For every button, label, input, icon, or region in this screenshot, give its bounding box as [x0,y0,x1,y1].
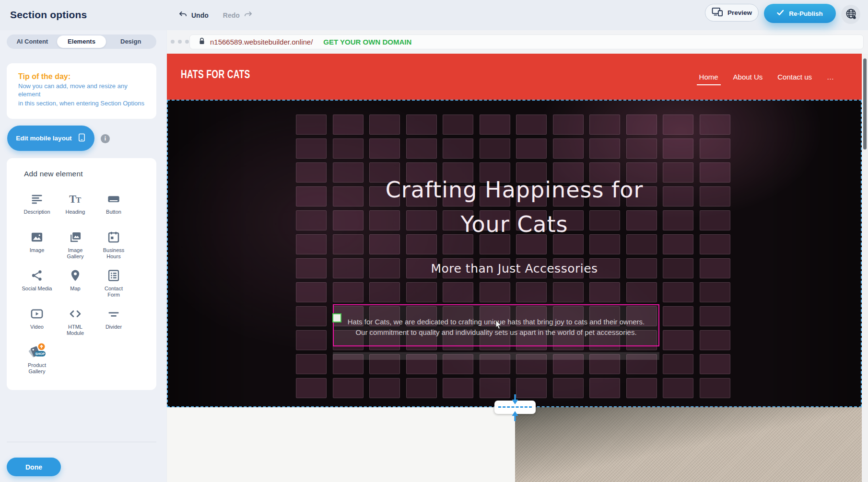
tab-design[interactable]: Design [106,35,155,48]
url-bar[interactable]: n1566589.websitebuilder.online/ GET YOUR… [189,34,864,49]
info-icon[interactable]: i [101,134,110,143]
element-item-label: Social Media [22,286,52,292]
nav-item-more[interactable]: … [827,73,834,81]
element-item-heading[interactable]: TTHeading [56,188,94,226]
site-nav: HomeAbout UsContact us… [699,54,834,100]
element-item-label: BusinessHours [103,247,125,260]
done-button[interactable]: Done [7,458,61,476]
svg-text:T: T [76,195,81,205]
topbar: Section options Undo Redo Preview Re-Pub… [0,0,868,30]
element-item-label: Description [23,209,50,215]
hero-section[interactable]: Crafting Happiness for Your Cats More th… [167,100,862,407]
element-item-product-gallery[interactable]: SHOPProductGallery [18,341,56,379]
edit-mobile-layout-button[interactable]: Edit mobile layout [7,126,94,151]
carpet-photo [515,407,862,482]
phone-icon [78,132,86,145]
element-item-label: ProductGallery [28,362,46,375]
resize-arrows-icon [494,393,536,422]
site-header: HATS FOR CATS HomeAbout UsContact us… [167,54,862,100]
element-item-html-module[interactable]: HTMLModule [56,303,94,341]
preview-scrollbar [862,54,868,482]
sidebar: AI ContentElementsDesign Tip of the day:… [0,30,166,482]
nav-item-contact-us[interactable]: Contact us [777,73,812,81]
browser-dots-icon [171,40,189,44]
sidebar-divider [7,442,156,442]
hero-heading: Crafting Happiness for Your Cats [168,172,861,241]
redo-button[interactable]: Redo [223,11,253,20]
element-item-social-media[interactable]: Social Media [18,264,56,303]
element-item-label: Map [70,286,80,292]
element-item-business-hours[interactable]: BusinessHours [94,226,133,264]
element-item-description[interactable]: Description [18,188,56,226]
description-icon [30,191,44,207]
site-preview: n1566589.websitebuilder.online/ GET YOUR… [167,30,868,482]
element-item-divider[interactable]: Divider [94,303,133,341]
add-element-title: Add new element [24,170,83,178]
tip-card: Tip of the day: Now you can add, move an… [7,63,156,119]
nav-item-about-us[interactable]: About Us [733,73,763,81]
element-item-label: Heading [66,209,85,215]
devices-icon [712,7,723,18]
contact-form-icon [107,267,120,284]
social-media-icon [30,267,44,284]
svg-text:T: T [69,193,76,205]
map-icon [69,267,82,284]
globe-icon [845,8,857,21]
tab-elements[interactable]: Elements [57,35,106,48]
redo-icon [244,11,253,20]
tip-text: in this section, when entering Section O… [18,100,145,108]
add-element-panel: Add new element DescriptionTTHeadingButt… [7,158,156,390]
selection-handle[interactable] [332,313,341,322]
republish-button[interactable]: Re-Publish [764,4,836,23]
language-globe-button[interactable] [841,5,860,24]
element-item-label: Video [30,324,44,330]
scrollbar-thumb[interactable] [863,58,867,149]
element-item-label: Divider [106,324,122,330]
site-logo: HATS FOR CATS [181,68,250,81]
button-icon [107,191,120,207]
video-icon [30,306,44,322]
element-item-video[interactable]: Video [18,303,56,341]
business-hours-icon [107,229,120,245]
check-icon [777,10,784,17]
hero-subheading: More than Just Accessories [168,262,861,275]
lock-icon [199,37,205,47]
element-item-contact-form[interactable]: ContactForm [94,264,133,303]
mouse-cursor [495,320,502,332]
topbar-actions: Preview Re-Publish [703,0,868,30]
element-item-map[interactable]: Map [56,264,94,303]
tile-grid [168,101,861,406]
element-item-image[interactable]: Image [18,226,56,264]
product-gallery-icon: SHOP [27,344,47,360]
get-domain-link[interactable]: GET YOUR OWN DOMAIN [323,38,411,46]
heading-icon: TT [69,191,82,207]
undo-icon [178,11,188,20]
element-item-image-gallery[interactable]: ImageGallery [56,226,94,264]
nav-item-home[interactable]: Home [699,73,718,81]
element-bottom-bar [333,352,659,360]
element-item-label: ImageGallery [67,247,84,260]
image-icon [30,229,44,245]
element-item-button[interactable]: Button [94,188,133,226]
preview-button[interactable]: Preview [705,4,759,22]
element-item-label: Button [106,209,121,215]
app: Section options Undo Redo Preview Re-Pub… [0,0,868,482]
tip-heading: Tip of the day: [18,72,145,81]
history-controls: Undo Redo [178,0,253,30]
url-text: n1566589.websitebuilder.online/ [210,38,313,46]
svg-text:SHOP: SHOP [35,352,45,356]
sidebar-tabs: AI ContentElementsDesign [7,34,156,49]
element-grid: DescriptionTTHeadingButtonImageImageGall… [18,188,133,379]
element-item-label: ContactForm [105,286,123,298]
browser-bar: n1566589.websitebuilder.online/ GET YOUR… [167,30,868,54]
html-module-icon [69,306,82,322]
page-title: Section options [10,9,87,21]
undo-button[interactable]: Undo [178,11,209,20]
tab-ai-content[interactable]: AI Content [8,35,57,48]
element-item-label: HTMLModule [67,324,84,336]
section-resize-handle[interactable] [494,393,536,422]
image-gallery-icon [69,229,82,245]
tip-text: Now you can add, move and resize any ele… [18,82,145,98]
divider-icon [107,306,120,322]
element-item-label: Image [30,247,45,253]
